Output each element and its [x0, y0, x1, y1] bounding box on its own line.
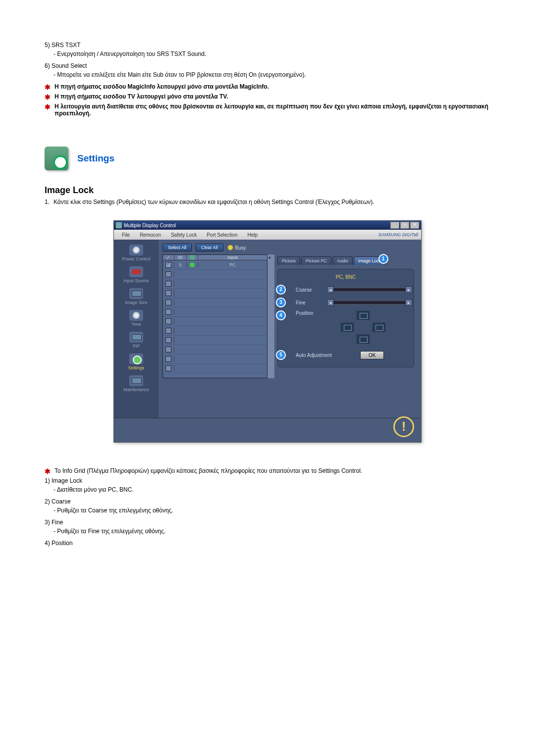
close-button[interactable]: ✕ [410, 222, 419, 229]
sidebar-item-settings[interactable]: Settings [114, 352, 159, 373]
position-up-button[interactable] [356, 310, 370, 320]
minimize-button[interactable]: _ [390, 222, 399, 229]
row-checkbox[interactable] [165, 271, 171, 277]
step-1: 1. Κάντε κλικ στο Settings (Ρυθμίσεις) τ… [45, 199, 490, 205]
callout-badge-5: 5 [276, 350, 286, 360]
row-id: 0 [174, 262, 187, 267]
row-checkbox[interactable] [165, 262, 171, 268]
gear-icon [129, 353, 143, 364]
row-checkbox[interactable] [165, 356, 171, 362]
list-item-5-desc: - Ενεργοποίηση / Απενεργοποίηση του SRS … [54, 50, 490, 57]
menu-remocon[interactable]: Remocon [135, 232, 166, 238]
callout-badge-2: 2 [276, 285, 286, 295]
position-label: Position [296, 310, 330, 316]
table-row[interactable] [163, 336, 267, 345]
menu-help[interactable]: Help [242, 232, 263, 238]
grid-pane: ✓ ID Input 0 PC [162, 254, 417, 378]
tab-label: Image Lock [358, 258, 381, 263]
tab-image-lock[interactable]: Image Lock 1 [354, 256, 386, 265]
list-item-b3-desc: - Ρυθμίζει τα Fine της επιλεγμένης οθόνη… [54, 528, 490, 535]
tab-label: Audio [337, 258, 348, 263]
scrollbar[interactable] [268, 254, 274, 378]
list-item-b1-desc: - Διατίθεται μόνο για PC, BNC. [54, 486, 490, 493]
table-row[interactable] [163, 317, 267, 326]
fine-row: 3 Fine ◂ ▸ [283, 298, 409, 307]
slider-right-button[interactable]: ▸ [405, 286, 412, 293]
tab-audio[interactable]: Audio [332, 256, 353, 265]
slider-left-button[interactable]: ◂ [327, 299, 334, 306]
row-checkbox[interactable] [165, 337, 171, 343]
ok-button[interactable]: OK [360, 351, 384, 359]
table-row[interactable]: 0 PC [163, 260, 267, 270]
row-input: PC [198, 262, 267, 267]
list-item-5-title: 5) SRS TSXT [45, 42, 490, 49]
row-checkbox[interactable] [165, 290, 171, 296]
table-row[interactable] [163, 289, 267, 298]
auto-adjustment-label: Auto Adjustment [296, 353, 345, 358]
col-input: Input [198, 255, 267, 260]
busy-dot-icon [227, 245, 233, 251]
title-bar: Multiple Display Control _ ▭ ✕ [114, 221, 421, 230]
step-1-number: 1. [45, 199, 50, 205]
app-body: Power Control Input Source Image Size Ti… [114, 240, 421, 418]
panel-title: PC, BNC [283, 274, 409, 280]
row-checkbox[interactable] [165, 281, 171, 287]
table-row[interactable] [163, 326, 267, 336]
position-right-button[interactable] [372, 322, 386, 332]
sidebar-item-image-size[interactable]: Image Size [114, 286, 159, 308]
row-checkbox[interactable] [165, 309, 171, 315]
table-row[interactable] [163, 345, 267, 354]
sidebar-item-label: Time [131, 322, 141, 327]
restore-button[interactable]: ▭ [400, 222, 409, 229]
sidebar-item-time[interactable]: Time [114, 308, 159, 330]
table-row[interactable] [163, 298, 267, 307]
grid-header: ✓ ID Input [163, 255, 267, 260]
sidebar-item-power-control[interactable]: Power Control [114, 243, 159, 264]
slider-right-button[interactable]: ▸ [405, 299, 412, 306]
sidebar-item-label: PIP [133, 344, 140, 349]
menu-bar: File Remocon Safety Lock Port Selection … [114, 230, 421, 240]
right-pane: Picture Picture PC Audio Image Lock 1 PC… [274, 254, 417, 378]
position-down-button[interactable] [356, 334, 370, 344]
sidebar-item-label: Power Control [122, 256, 150, 261]
table-row[interactable] [163, 270, 267, 279]
table-row[interactable] [163, 307, 267, 317]
row-checkbox[interactable] [165, 347, 171, 353]
tab-label: Picture [282, 258, 296, 263]
note-star-1: Η πηγή σήματος εισόδου MagicInfo λειτουρ… [45, 83, 490, 90]
list-item-6-title: 6) Sound Select [45, 62, 490, 69]
sidebar-item-label: Image Size [125, 300, 147, 305]
table-row[interactable] [163, 364, 267, 373]
pip-icon [129, 332, 143, 343]
sidebar-item-maintenance[interactable]: Maintenance [114, 373, 159, 395]
tab-picture-pc[interactable]: Picture PC [301, 256, 331, 265]
fine-label: Fine [296, 300, 330, 305]
list-item-6-desc: - Μπορείτε να επιλέξετε είτε Main είτε S… [54, 71, 490, 78]
menu-file[interactable]: File [117, 232, 135, 238]
coarse-slider[interactable]: ◂ ▸ [333, 288, 406, 292]
tab-picture[interactable]: Picture [277, 256, 300, 265]
clear-all-button[interactable]: Clear All [196, 244, 223, 252]
settings-title: Settings [77, 153, 114, 164]
row-checkbox[interactable] [165, 328, 171, 334]
settings-header: Settings [45, 147, 490, 170]
table-row[interactable] [163, 354, 267, 364]
menu-safety-lock[interactable]: Safety Lock [166, 232, 202, 238]
position-left-button[interactable] [340, 322, 354, 332]
menu-port-selection[interactable]: Port Selection [202, 232, 242, 238]
fine-slider[interactable]: ◂ ▸ [333, 301, 406, 304]
row-checkbox[interactable] [165, 300, 171, 305]
select-all-button[interactable]: Select All [162, 244, 192, 252]
sidebar-item-pip[interactable]: PIP [114, 330, 159, 352]
tab-label: Picture PC [306, 258, 327, 263]
table-row[interactable] [163, 279, 267, 289]
row-checkbox[interactable] [165, 318, 171, 324]
sidebar: Power Control Input Source Image Size Ti… [114, 240, 159, 418]
callout-badge-3: 3 [276, 298, 286, 307]
document-page: 5) SRS TSXT - Ενεργοποίηση / Απενεργοποί… [0, 0, 535, 568]
sidebar-item-input-source[interactable]: Input Source [114, 264, 159, 286]
row-checkbox[interactable] [165, 365, 171, 371]
slider-left-button[interactable]: ◂ [327, 286, 334, 293]
busy-indicator: Busy [227, 245, 246, 251]
callout-badge-4: 4 [276, 310, 286, 320]
